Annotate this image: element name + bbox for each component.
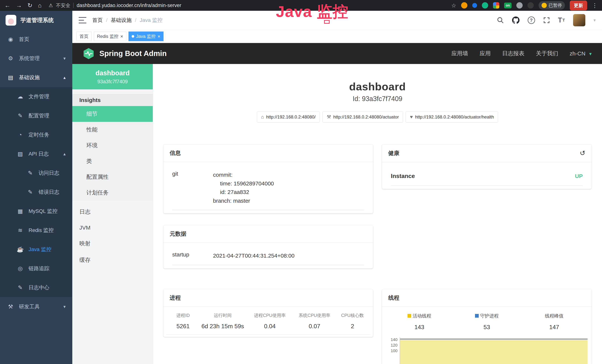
sba-item-loggers[interactable]: 日志 — [72, 203, 153, 220]
sidebar-item-infrastructure[interactable]: ▤ 基础设施 ▴ — [0, 68, 72, 87]
sba-nav-applications[interactable]: 应用 — [480, 50, 491, 57]
sidebar-item-log-center[interactable]: ✎ 日志中心 — [0, 278, 72, 297]
sidebar-item-access-logs[interactable]: ✎ 访问日志 — [0, 163, 72, 182]
sidebar-item-error-logs[interactable]: ✎ 错误日志 — [0, 182, 72, 202]
sba-locale-select[interactable]: zh-CN ▾ — [570, 50, 592, 57]
github-icon[interactable] — [512, 17, 519, 24]
sba-item-jvm[interactable]: JVM — [72, 220, 153, 235]
tag-redis-monitor[interactable]: Redis 监控 × — [94, 32, 126, 41]
edit-icon: ✎ — [26, 189, 34, 195]
live-threads-area — [400, 340, 588, 364]
sidebar-item-label: 基础设施 — [19, 74, 40, 81]
sba-item-mappings[interactable]: 映射 — [72, 235, 153, 252]
tag-java-monitor[interactable]: Java 监控 × — [129, 32, 163, 41]
process-col-process-cpu: 进程CPU使用率 0.04 — [247, 312, 292, 330]
help-icon[interactable]: ? — [528, 17, 535, 24]
info-card: 信息 git commit: time: 1596289704000 id: 2… — [163, 144, 373, 214]
browser-menu-icon[interactable]: ⋮ — [592, 2, 598, 9]
sidebar-item-api-logs[interactable]: ▨ API 日志 ▴ — [0, 144, 72, 163]
avatar[interactable] — [573, 14, 585, 26]
breadcrumb-infrastructure[interactable]: 基础设施 — [111, 17, 132, 24]
update-button[interactable]: 更新 — [570, 0, 587, 11]
sba-item-environment[interactable]: 环境 — [72, 138, 153, 153]
sidebar-item-label: 访问日志 — [39, 170, 59, 177]
extension-icon[interactable] — [482, 2, 488, 9]
sba-item-caches[interactable]: 缓存 — [72, 252, 153, 268]
sba-nav-journal[interactable]: 日志报表 — [502, 50, 525, 57]
sba-main: dashboard Id: 93a3fc7f7409 ⌂ http://192.… — [153, 64, 602, 364]
wrench-icon: ⚒ — [327, 114, 331, 120]
git-time-line: time: 1596289704000 — [220, 179, 274, 188]
extension-icon[interactable] — [516, 2, 523, 9]
edit-icon: ✎ — [16, 112, 24, 119]
search-icon[interactable] — [497, 17, 504, 24]
sidebar-item-home[interactable]: ◉ 首页 — [0, 30, 72, 49]
sidebar-item-scheduled-jobs[interactable]: ◔ 定时任务 — [0, 125, 72, 144]
history-icon[interactable]: ↺ — [580, 149, 585, 157]
reload-icon[interactable]: ↻ — [27, 2, 32, 9]
sidebar-item-dev-tools[interactable]: ⚒ 研发工具 ▾ — [0, 297, 72, 316]
sidebar-item-label: 错误日志 — [39, 189, 59, 196]
chevron-up-icon: ▴ — [64, 151, 66, 157]
sba-sidebar: dashboard 93a3fc7f7409 Insights 细节 性能 环境… — [72, 64, 153, 364]
sidebar-item-redis-monitor[interactable]: ≋ Redis 监控 — [0, 221, 72, 240]
sidebar-item-file-mgmt[interactable]: ☁ 文件管理 — [0, 87, 72, 106]
sidebar-item-mysql-monitor[interactable]: ▦ MySQL 监控 — [0, 202, 72, 221]
sidebar-item-java-monitor[interactable]: ☕ Java 监控 — [0, 240, 72, 259]
security-label[interactable]: 不安全 — [56, 2, 70, 9]
paused-badge[interactable]: 已暂停 — [538, 1, 565, 10]
tag-home[interactable]: 首页 — [76, 32, 92, 41]
link-health-url[interactable]: ♥ http://192.168.0.2:48080/actuator/heal… — [406, 111, 498, 123]
forward-icon[interactable]: → — [16, 2, 22, 9]
fullscreen-icon[interactable] — [543, 17, 550, 23]
sba-item-details[interactable]: 细节 — [72, 106, 153, 122]
timer-icon: ◔ — [16, 132, 24, 138]
process-table: 进程ID 5261 运行时间 6d 23h 15m 59s — [166, 307, 370, 335]
sidebar-item-label: Redis 监控 — [29, 227, 54, 234]
sidebar-item-system[interactable]: ⚙ 系统管理 ▾ — [0, 49, 72, 68]
legend-daemon-threads: 守护进程 53 — [453, 313, 521, 331]
chevron-down-icon: ▾ — [64, 56, 66, 61]
link-actuator-url[interactable]: ⚒ http://192.168.0.2:48080/actuator — [322, 111, 403, 123]
legend-value: 143 — [386, 324, 453, 331]
extension-icon[interactable] — [527, 2, 534, 9]
tag-label: Java 监控 — [136, 33, 156, 39]
extension-icon[interactable] — [493, 2, 499, 9]
git-branch-line: branch: master — [213, 197, 274, 205]
column-header: CPU核心数 — [337, 312, 368, 318]
url-text[interactable]: dashboard.yudao.iocoder.cn/infra/admin-s… — [76, 3, 181, 8]
home-icon[interactable]: ⌂ — [38, 2, 42, 9]
sidebar-item-config-mgmt[interactable]: ✎ 配置管理 — [0, 106, 72, 125]
threads-card-title: 线程 — [382, 289, 592, 307]
sidebar-item-label: 配置管理 — [29, 112, 49, 119]
app-logo[interactable]: 芋道管理系统 — [0, 11, 72, 30]
breadcrumb-home[interactable]: 首页 — [92, 17, 103, 24]
back-icon[interactable]: ← — [4, 2, 10, 9]
hamburger-icon[interactable] — [79, 17, 86, 23]
sidebar-item-tracing[interactable]: ◎ 链路追踪 — [0, 259, 72, 278]
sba-item-scheduled-tasks[interactable]: 计划任务 — [72, 185, 153, 201]
link-label: http://192.168.0.2:48080/actuator — [333, 114, 399, 120]
chevron-down-icon: ▾ — [589, 51, 592, 57]
target-icon: ◎ — [16, 265, 24, 272]
legend-live-threads: 活动线程 143 — [386, 313, 453, 331]
link-root-url[interactable]: ⌂ http://192.168.0.2:48080/ — [257, 111, 320, 123]
avatar-caret-icon[interactable]: ▾ — [593, 18, 596, 23]
sba-item-metrics[interactable]: 性能 — [72, 122, 153, 138]
bookmark-star-icon[interactable]: ☆ — [451, 2, 456, 9]
close-icon[interactable]: × — [158, 34, 160, 39]
extension-icon[interactable] — [472, 3, 477, 8]
extension-on-badge[interactable]: on — [504, 3, 512, 8]
health-card-body: Instance UP — [382, 162, 592, 189]
peak-threads-line — [400, 339, 588, 339]
instance-header[interactable]: dashboard 93a3fc7f7409 — [72, 64, 153, 89]
health-card-header: 健康 ↺ — [382, 144, 592, 162]
sba-nav-wall[interactable]: 应用墙 — [452, 50, 468, 57]
sba-nav-about[interactable]: 关于我们 — [536, 50, 558, 57]
sba-item-beans[interactable]: 类 — [72, 153, 153, 169]
address-bar[interactable]: ⚠ 不安全 dashboard.yudao.iocoder.cn/infra/a… — [49, 2, 181, 9]
sba-item-config-props[interactable]: 配置属性 — [72, 169, 153, 185]
close-icon[interactable]: × — [120, 34, 123, 39]
extension-icon[interactable] — [461, 2, 467, 9]
font-size-icon[interactable]: T T — [558, 16, 565, 24]
